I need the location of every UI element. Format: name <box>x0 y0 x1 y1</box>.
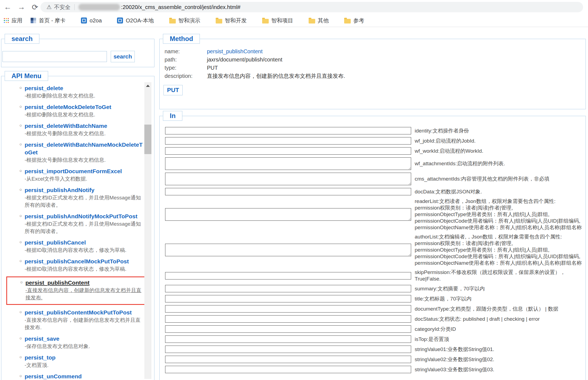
bookmark-item[interactable]: 智和开发 <box>216 17 247 24</box>
menu-scrollbar[interactable] <box>144 82 151 379</box>
method-field-value[interactable]: persist_publishContent <box>207 48 262 55</box>
api-menu-item-selected[interactable]: persist_publishContent-直接发布信息内容，创建新的信息发布… <box>6 276 146 305</box>
bookmark-item[interactable]: O2OA-本地 <box>117 17 154 24</box>
menu-scrollbar-thumb[interactable] <box>144 125 151 154</box>
in-field-readerList[interactable] <box>165 208 411 221</box>
in-field-categoryId[interactable] <box>165 325 411 333</box>
method-field-label: name: <box>165 48 207 55</box>
in-field-cms_attachmentIds[interactable] <box>165 173 411 185</box>
folder-icon <box>262 19 269 23</box>
o2oa-logo-icon <box>81 17 87 23</box>
in-field-stringValue03[interactable] <box>165 366 411 373</box>
bookmark-item[interactable]: o2oa <box>81 17 102 24</box>
in-field-title[interactable] <box>165 295 411 302</box>
url-text: :20020/x_cms_assemble_control/jest/index… <box>121 4 241 10</box>
forward-icon[interactable]: → <box>15 1 27 13</box>
in-panel-legend: In <box>163 111 182 121</box>
search-panel-legend: search <box>5 34 39 44</box>
in-field-wf_attachmentIds[interactable] <box>165 157 411 170</box>
bookmark-label: o2oa <box>90 17 102 24</box>
scrollbar-up-arrow-icon[interactable] <box>144 82 151 89</box>
bookmark-label: 智和项目 <box>271 17 293 24</box>
api-method-link[interactable]: persist_deleteWithBatchNameMockDeleteToG… <box>25 141 144 156</box>
bookmark-item[interactable]: 智和演示 <box>169 17 200 24</box>
api-menu-item[interactable]: persist_publishAndNotify-根据文档ID正式发布文档，并且… <box>12 186 146 209</box>
bookmark-item[interactable]: 其他 <box>309 17 329 24</box>
in-field-label: wf_workId:启动流程的WorkId. <box>415 148 483 154</box>
api-menu-item[interactable]: persist_delete-根据ID删除信息发布文档信息. <box>12 84 146 99</box>
api-menu-item[interactable]: persist_save-保存信息发布文档信息对象. <box>12 335 146 350</box>
api-method-description: -文档置顶. <box>25 361 144 369</box>
api-method-description: -根据ID取消信息内容发布状态，修改为草稿. <box>25 246 144 254</box>
api-method-link[interactable]: persist_importDocumentFormExcel <box>25 167 144 175</box>
api-menu-item[interactable]: persist_publishCancelMockPutToPost-根据ID取… <box>12 258 146 273</box>
in-field-wf_workId[interactable] <box>165 147 411 155</box>
in-field-stringValue02[interactable] <box>165 356 411 363</box>
in-row: stringValue03:业务数据String值03. <box>165 366 583 373</box>
api-method-description: -根据ID取消信息内容发布状态，修改为草稿. <box>25 265 144 273</box>
api-method-link[interactable]: persist_top <box>25 354 144 361</box>
in-row: authorList:文档编辑者,，Json数组，权限对象需要包含四个属性: p… <box>165 234 583 266</box>
in-row: documentType:文档类型，跟随分类类型，信息（默认） | 数据 <box>165 305 583 313</box>
in-field-documentType[interactable] <box>165 305 411 313</box>
api-method-link[interactable]: persist_publishCancel <box>25 239 144 246</box>
search-button[interactable]: search <box>111 51 135 62</box>
back-icon[interactable]: ← <box>2 1 14 13</box>
bookmark-item[interactable]: 首页 - 摩卡 <box>31 17 66 24</box>
api-menu-item[interactable]: persist_publishContentMockPutToPost-直接发布… <box>12 309 146 331</box>
apps-button[interactable]: 应用 <box>4 17 22 24</box>
api-method-link[interactable]: persist_save <box>25 335 144 343</box>
bookmark-label: 其他 <box>318 17 329 24</box>
folder-icon <box>309 19 315 23</box>
api-method-link[interactable]: persist_publishContent <box>25 279 143 287</box>
in-field-docStatus[interactable] <box>165 315 411 323</box>
address-separator <box>74 4 75 10</box>
in-field-docData[interactable] <box>165 188 411 195</box>
folder-icon <box>344 19 351 23</box>
in-field-label: wf_jobId:启动流程的JobId. <box>415 138 476 144</box>
api-method-link[interactable]: persist_publishAndNotify <box>25 186 144 194</box>
not-secure-warning-icon: ⚠ <box>46 4 52 10</box>
in-row: summary:文档摘要，70字以内 <box>165 285 583 292</box>
api-menu-item[interactable]: persist_deleteMockDeleteToGet-根据ID删除信息发布… <box>12 103 146 118</box>
in-field-wf_jobId[interactable] <box>165 137 411 145</box>
method-row: name:persist_publishContent <box>165 48 345 55</box>
in-field-skipPermission[interactable] <box>165 272 411 279</box>
api-method-description: -保存信息发布文档信息对象. <box>25 343 144 350</box>
put-button[interactable]: PUT <box>163 85 183 95</box>
api-menu-item[interactable]: persist_publishAndNotifyMockPutToPost-根据… <box>12 213 146 235</box>
api-method-link[interactable]: persist_publishCancelMockPutToPost <box>25 258 144 265</box>
in-field-summary[interactable] <box>165 285 411 292</box>
redacted-host-blob <box>78 4 120 10</box>
search-input[interactable] <box>2 51 107 62</box>
address-bar[interactable]: ⚠ 不安全 :20020/x_cms_assemble_control/jest… <box>40 2 583 12</box>
reload-icon[interactable]: ⟳ <box>29 1 41 13</box>
api-menu-item[interactable]: persist_deleteWithBatchNameMockDeleteToG… <box>12 141 146 164</box>
method-field-value: jaxrs/document/publish/content <box>207 57 282 63</box>
in-field-authorList[interactable] <box>165 244 411 256</box>
in-field-label: categoryId:分类ID <box>415 326 456 332</box>
api-menu-item[interactable]: persist_deleteWithBatchName-根据批次号删除信息发布文… <box>12 122 146 137</box>
api-method-link[interactable]: persist_publishAndNotifyMockPutToPost <box>25 213 144 220</box>
api-menu-item[interactable]: persist_importDocumentFormExcel-从Excel文件… <box>12 167 146 182</box>
api-menu-item[interactable]: persist_top-文档置顶. <box>12 354 146 369</box>
method-panel: Method name:persist_publishContentpath:j… <box>159 39 586 109</box>
bookmark-item[interactable]: 参考 <box>344 17 364 24</box>
api-method-link[interactable]: persist_deleteWithBatchName <box>25 122 144 130</box>
api-menu-item[interactable]: persist_unCommend-取消文档点赞. <box>12 373 146 380</box>
in-field-identity[interactable] <box>165 127 411 134</box>
bookmark-item[interactable]: 智和项目 <box>262 17 293 24</box>
in-field-stringValue01[interactable] <box>165 346 411 353</box>
api-method-link[interactable]: persist_publishContentMockPutToPost <box>25 309 144 316</box>
api-method-link[interactable]: persist_unCommend <box>25 373 144 380</box>
in-field-label: stringValue03:业务数据String值03. <box>415 366 494 373</box>
method-field-value: 直接发布信息内容，创建新的信息发布文档并且直接发布. <box>207 73 345 79</box>
api-method-link[interactable]: persist_deleteMockDeleteToGet <box>25 103 144 111</box>
api-menu-item[interactable]: persist_publishCancel-根据ID取消信息内容发布状态，修改为… <box>12 239 146 254</box>
in-field-isTop[interactable] <box>165 335 411 343</box>
o2oa-logo-icon <box>117 17 123 23</box>
api-method-description: -根据批次号删除信息发布文档信息. <box>25 156 144 164</box>
api-method-link[interactable]: persist_delete <box>25 84 144 92</box>
in-field-label: docData:文档数据JSON对象. <box>415 188 482 195</box>
in-field-label: cms_attachmentIds:内容管理其他文档的附件列表，非必填 <box>415 176 549 182</box>
